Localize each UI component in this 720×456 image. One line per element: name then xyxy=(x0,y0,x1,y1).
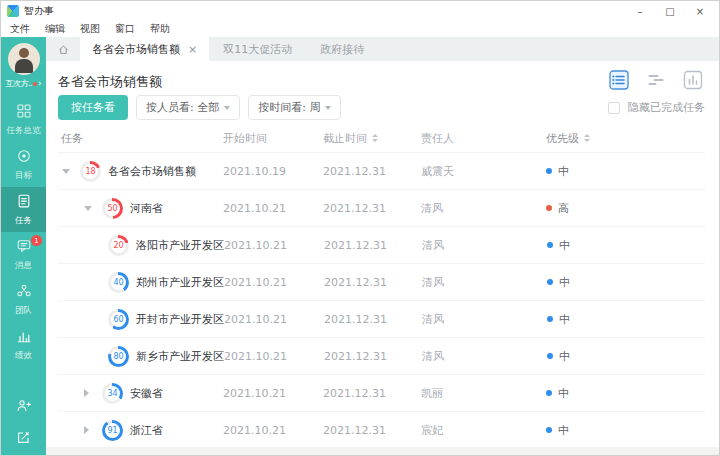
expander-icon[interactable] xyxy=(84,389,102,397)
expander-icon[interactable] xyxy=(84,426,102,434)
expander-icon[interactable] xyxy=(84,206,102,211)
column-label: 截止时间 xyxy=(323,131,367,146)
priority-cell: 中 xyxy=(546,423,705,438)
filter-bar: 按任务看 按人员看: 全部 按时间看: 周 隐藏已完成任务 xyxy=(58,91,719,124)
chart-view-icon[interactable] xyxy=(683,70,703,90)
hide-completed-checkbox[interactable] xyxy=(608,102,620,114)
sidebar-item-message[interactable]: 消息1 xyxy=(1,232,46,277)
table-row[interactable]: 80 新乡市产业开发区 2021.10.21 2021.12.31 清风 中 xyxy=(58,337,705,374)
owner-name: 清风 xyxy=(422,312,547,327)
content-area: 各省会市场销售额 按任务看 xyxy=(46,61,719,455)
org-switcher[interactable]: 互次方.. › xyxy=(5,78,41,89)
view-by-person-label: 按人员看: 全部 xyxy=(146,100,219,115)
due-date: 2021.12.31 xyxy=(324,276,422,289)
list-view-icon[interactable] xyxy=(609,70,629,90)
sidebar-item-overview[interactable]: 任务总览 xyxy=(1,97,46,142)
home-icon xyxy=(57,43,70,56)
owner-name: 清风 xyxy=(421,201,546,216)
priority-dot xyxy=(546,205,552,211)
priority-label: 中 xyxy=(559,349,570,364)
avatar[interactable] xyxy=(8,43,40,75)
priority-label: 高 xyxy=(558,201,569,216)
progress-value: 34 xyxy=(105,386,120,401)
menu-item-window[interactable]: 窗口 xyxy=(115,22,135,36)
task-cell: 50 河南省 xyxy=(58,198,223,219)
table-row[interactable]: 60 开封市产业开发区 2021.10.21 2021.12.31 清风 中 xyxy=(58,300,705,337)
task-name[interactable]: 郑州市产业开发区 xyxy=(136,275,224,290)
table-row[interactable]: 91 浙江省 2021.10.21 2021.12.31 宸妃 中 xyxy=(58,411,705,448)
owner-name: 宸妃 xyxy=(421,423,546,438)
progress-ring: 18 xyxy=(80,161,101,182)
tab[interactable]: 各省会市场销售额× xyxy=(80,37,209,61)
close-button[interactable]: × xyxy=(685,1,715,21)
table-row[interactable]: 34 安徽省 2021.10.21 2021.12.31 凯丽 中 xyxy=(58,374,705,411)
home-tab-button[interactable] xyxy=(46,37,80,61)
task-icon xyxy=(16,193,32,213)
task-table: 任务开始时间截止时间责任人优先级 18 各省会市场销售额 2021.10.19 … xyxy=(58,124,719,448)
menu-item-view[interactable]: 视图 xyxy=(80,22,100,36)
task-cell: 20 洛阳市产业开发区 xyxy=(58,235,224,256)
org-notification-dot xyxy=(33,82,37,86)
sort-icon[interactable] xyxy=(372,134,378,142)
sort-icon[interactable] xyxy=(584,134,590,142)
minimize-button[interactable]: – xyxy=(625,1,655,21)
priority-dot xyxy=(547,316,553,322)
menu-item-edit[interactable]: 编辑 xyxy=(45,22,65,36)
hide-completed-label: 隐藏已完成任务 xyxy=(628,100,705,115)
due-date: 2021.12.31 xyxy=(323,165,421,178)
maximize-button[interactable]: □ xyxy=(655,1,685,21)
tab[interactable]: 双11大促活动 xyxy=(209,37,306,61)
due-date: 2021.12.31 xyxy=(324,239,422,252)
task-name[interactable]: 浙江省 xyxy=(130,423,163,438)
sidebar-item-task[interactable]: 任务 xyxy=(1,187,46,232)
priority-dot xyxy=(547,279,553,285)
view-by-time-label: 按时间看: 周 xyxy=(258,100,320,115)
gantt-view-icon[interactable] xyxy=(646,70,666,90)
message-icon xyxy=(16,238,32,258)
table-row[interactable]: 18 各省会市场销售额 2021.10.19 2021.12.31 威震天 中 xyxy=(58,152,705,189)
sidebar-item-team[interactable]: 团队 xyxy=(1,277,46,322)
app-logo-icon xyxy=(7,5,19,17)
view-by-task-button[interactable]: 按任务看 xyxy=(58,95,128,120)
table-header: 任务开始时间截止时间责任人优先级 xyxy=(58,124,705,152)
table-row[interactable]: 50 河南省 2021.10.21 2021.12.31 清风 高 xyxy=(58,189,705,226)
sidebar-item-label: 目标 xyxy=(15,170,32,182)
compose-icon[interactable] xyxy=(16,430,31,449)
start-date: 2021.10.21 xyxy=(224,313,324,326)
table-row[interactable]: 40 郑州市产业开发区 2021.10.21 2021.12.31 清风 中 xyxy=(58,263,705,300)
expander-icon[interactable] xyxy=(62,169,80,174)
column-header: 责任人 xyxy=(421,131,546,146)
view-by-time-dropdown[interactable]: 按时间看: 周 xyxy=(248,95,341,120)
menu-item-help[interactable]: 帮助 xyxy=(150,22,170,36)
task-cell: 18 各省会市场销售额 xyxy=(58,161,223,182)
column-label: 任务 xyxy=(61,131,83,146)
scroll-strip[interactable] xyxy=(46,447,719,455)
column-header[interactable]: 截止时间 xyxy=(323,131,421,146)
invite-member-icon[interactable] xyxy=(16,398,31,417)
start-date: 2021.10.21 xyxy=(223,387,323,400)
task-name[interactable]: 新乡市产业开发区 xyxy=(136,349,224,364)
priority-label: 中 xyxy=(558,164,569,179)
menu-item-file[interactable]: 文件 xyxy=(10,22,30,36)
column-header[interactable]: 优先级 xyxy=(546,131,705,146)
sidebar-item-performance[interactable]: 绩效 xyxy=(1,322,46,367)
table-row[interactable]: 20 洛阳市产业开发区 2021.10.21 2021.12.31 清风 中 xyxy=(58,226,705,263)
sidebar-item-target[interactable]: 目标 xyxy=(1,142,46,187)
owner-name: 清风 xyxy=(422,349,547,364)
start-date: 2021.10.21 xyxy=(224,350,324,363)
progress-ring: 80 xyxy=(108,346,129,367)
tab[interactable]: 政府接待 xyxy=(306,37,378,61)
tab-label: 政府接待 xyxy=(320,42,364,57)
app-window: 智办事 – □ × 文件编辑视图窗口帮助 互次方.. › 任务总览目标任务消息1… xyxy=(0,0,720,456)
progress-ring: 60 xyxy=(108,309,129,330)
priority-label: 中 xyxy=(558,386,569,401)
task-name[interactable]: 洛阳市产业开发区 xyxy=(136,238,224,253)
task-name[interactable]: 开封市产业开发区 xyxy=(136,312,224,327)
view-by-person-dropdown[interactable]: 按人员看: 全部 xyxy=(136,95,240,120)
task-name[interactable]: 河南省 xyxy=(130,201,163,216)
task-name[interactable]: 安徽省 xyxy=(130,386,163,401)
tab-close-icon[interactable]: × xyxy=(188,43,197,56)
column-header: 开始时间 xyxy=(223,131,323,146)
task-name[interactable]: 各省会市场销售额 xyxy=(108,164,196,179)
sidebar-item-label: 团队 xyxy=(15,305,32,317)
